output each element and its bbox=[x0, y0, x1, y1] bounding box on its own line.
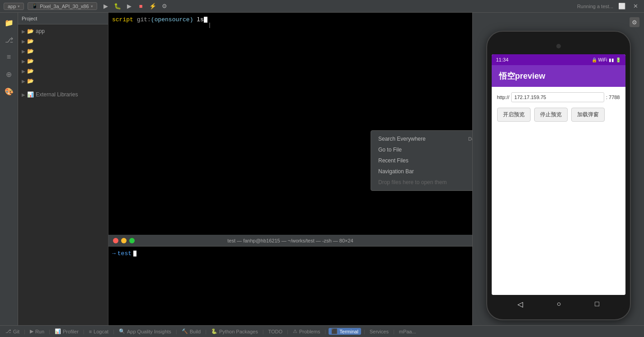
phone-stop-preview-btn[interactable]: 停止预览 bbox=[534, 108, 568, 122]
phone-battery-icon: 🔋 bbox=[616, 57, 621, 62]
file-tree-content[interactable]: ▶ 📂 app ▶ 📂 ▶ 📂 ▶ 📂 ▶ 📂 ▶ 📂 bbox=[18, 24, 108, 325]
status-git-item[interactable]: ⎇ Git bbox=[4, 328, 21, 334]
terminal-tab-prompt: → test bbox=[112, 250, 469, 257]
phone-camera bbox=[556, 44, 561, 48]
bottom-status-bar: ⎇ Git | ▶ Run | 📊 Profiler | ≡ Logcat | … bbox=[0, 325, 644, 337]
coverage-button[interactable]: ▶ bbox=[124, 1, 134, 11]
traffic-light-yellow[interactable] bbox=[121, 238, 127, 243]
tree-item-6[interactable]: ▶ 📂 bbox=[18, 76, 108, 86]
terminal-git-colon: git: bbox=[137, 16, 151, 23]
phone-start-preview-btn[interactable]: 开启预览 bbox=[497, 108, 531, 122]
sidebar-icon-git[interactable]: ⎇ bbox=[1, 32, 17, 48]
terminal-tab-dir: test bbox=[118, 250, 132, 257]
maximize-button[interactable]: ⬜ bbox=[617, 1, 627, 11]
tree-item-5[interactable]: ▶ 📂 bbox=[18, 66, 108, 76]
tree-icon-1: 📂 bbox=[27, 28, 34, 34]
traffic-light-red[interactable] bbox=[113, 238, 118, 243]
context-drop-label: Drop files here to open them bbox=[378, 179, 447, 185]
status-logcat-item[interactable]: ≡ Logcat bbox=[87, 329, 110, 334]
settings-button[interactable]: ⚙ bbox=[160, 1, 169, 11]
profiler-label: Profiler bbox=[63, 329, 79, 334]
device-selector[interactable]: 📱 Pixel_3a_API_30_x86 ▾ bbox=[28, 2, 97, 10]
status-problems-item[interactable]: ⚠ Problems bbox=[291, 328, 322, 334]
run-label: Run bbox=[35, 329, 44, 334]
device-label: Pixel_3a_API_30_x86 bbox=[40, 4, 89, 9]
sync-button[interactable]: ⚡ bbox=[148, 1, 158, 11]
problems-label: Problems bbox=[299, 329, 320, 334]
quality-icon: 🔍 bbox=[119, 328, 125, 334]
status-terminal-item[interactable]: ⬛ Terminal bbox=[329, 328, 361, 335]
tree-item-external[interactable]: ▶ 📊 External Libraries bbox=[18, 90, 108, 100]
app-chevron-icon: ▾ bbox=[18, 4, 20, 9]
status-services-item[interactable]: Services bbox=[368, 329, 390, 334]
terminal-cursor bbox=[204, 17, 207, 23]
context-menu-item-search[interactable]: Search Everywhere Double ⇧ bbox=[371, 133, 472, 144]
context-search-label: Search Everywhere bbox=[378, 136, 426, 142]
phone-url-row: http:// : 7788 bbox=[497, 92, 620, 102]
sidebar-icon-palette[interactable]: 🎨 bbox=[1, 83, 17, 100]
phone-time: 11:34 bbox=[496, 57, 509, 62]
device-chevron-icon: ▾ bbox=[91, 4, 93, 9]
context-menu-item-recent[interactable]: Recent Files ⌘E bbox=[371, 155, 472, 166]
tree-icon-5: 📂 bbox=[27, 68, 34, 74]
phone-app-bar: 悟空preview bbox=[492, 65, 625, 87]
main-content: 📁 ⎇ ≡ ⊕ 🎨 Project ▶ 📂 app ▶ 📂 ▶ 📂 ▶ bbox=[0, 13, 644, 325]
terminal-tab-body[interactable]: → test bbox=[108, 247, 472, 325]
phone-status-bar: 11:34 🔒 WiFi ▮▮ 🔋 bbox=[492, 54, 625, 65]
tree-arrow-6: ▶ bbox=[22, 79, 25, 84]
tree-arrow-1: ▶ bbox=[22, 29, 25, 34]
emulator-panel: ⚙ 11:34 🔒 WiFi ▮▮ 🔋 bbox=[472, 13, 644, 325]
sidebar-icon-folder[interactable]: 📁 bbox=[1, 14, 17, 31]
status-quality-item[interactable]: 🔍 App Quality Insights bbox=[117, 328, 173, 334]
status-todo-item[interactable]: TODO bbox=[267, 329, 285, 334]
phone-home-btn[interactable]: ○ bbox=[557, 300, 561, 308]
tree-icon-4: 📂 bbox=[27, 58, 34, 64]
close-button[interactable]: ✕ bbox=[630, 1, 640, 11]
context-recent-label: Recent Files bbox=[378, 157, 409, 164]
phone-recent-btn[interactable]: □ bbox=[595, 300, 599, 308]
context-goto-label: Go to File bbox=[378, 147, 402, 153]
tree-icon-2: 📂 bbox=[27, 38, 34, 44]
tree-item-4[interactable]: ▶ 📂 bbox=[18, 56, 108, 66]
app-selector[interactable]: app ▾ bbox=[4, 3, 24, 10]
running-status: Running a test... bbox=[577, 4, 613, 9]
phone-url-prefix: http:// bbox=[497, 95, 510, 100]
sidebar-icon-bookmark[interactable]: ⊕ bbox=[1, 66, 17, 82]
phone-load-popup-btn[interactable]: 加载弹窗 bbox=[571, 108, 605, 122]
tree-item-3[interactable]: ▶ 📂 bbox=[18, 46, 108, 56]
sidebar-icon-structure[interactable]: ≡ bbox=[1, 49, 17, 65]
phone-signal-icon: ▮▮ bbox=[609, 57, 614, 62]
left-sidebar: 📁 ⎇ ≡ ⊕ 🎨 bbox=[0, 13, 18, 325]
stop-button[interactable]: ■ bbox=[136, 1, 146, 11]
main-terminal[interactable]: script git: (opensource) ls | bbox=[108, 13, 472, 235]
traffic-light-green[interactable] bbox=[129, 238, 135, 243]
file-tree-panel: Project ▶ 📂 app ▶ 📂 ▶ 📂 ▶ 📂 ▶ 📂 bbox=[18, 13, 108, 325]
status-profiler-item[interactable]: 📊 Profiler bbox=[53, 328, 80, 334]
terminal-content[interactable]: script git: (opensource) ls | bbox=[108, 13, 472, 27]
phone-screen: 11:34 🔒 WiFi ▮▮ 🔋 悟空preview bbox=[492, 54, 625, 295]
run-icon: ▶ bbox=[30, 328, 33, 334]
context-menu-item-nav[interactable]: Navigation Bar ⌥↑↑ bbox=[371, 166, 472, 177]
device-icon: 📱 bbox=[32, 3, 38, 9]
editor-area: script git: (opensource) ls | Search Eve… bbox=[108, 13, 472, 325]
quality-label: App Quality Insights bbox=[127, 329, 171, 334]
tree-item-2[interactable]: ▶ 📂 bbox=[18, 36, 108, 46]
context-menu-item-goto-file[interactable]: Go to File ⇧⌘N bbox=[371, 144, 472, 155]
phone-wifi-icon: WiFi bbox=[598, 57, 607, 62]
phone-lock-icon: 🔒 bbox=[592, 57, 597, 62]
status-run-item[interactable]: ▶ Run bbox=[28, 328, 46, 334]
status-mpaa-item[interactable]: mPaa... bbox=[397, 329, 418, 334]
git-icon: ⎇ bbox=[5, 328, 11, 334]
tree-item-1[interactable]: ▶ 📂 app bbox=[18, 26, 108, 36]
run-button[interactable]: ▶ bbox=[101, 1, 111, 11]
phone-back-btn[interactable]: ◁ bbox=[517, 300, 523, 309]
terminal-script-label: script bbox=[112, 16, 133, 23]
status-python-item[interactable]: 🐍 Python Packages bbox=[209, 328, 260, 334]
status-build-item[interactable]: 🔨 Build bbox=[180, 328, 202, 334]
cursor-position-indicator: | bbox=[208, 22, 212, 27]
emulator-settings-btn[interactable]: ⚙ bbox=[630, 17, 639, 27]
phone-url-input[interactable] bbox=[511, 92, 604, 102]
terminal-tab-title: test — fanhp@hb16215 — ~/works/test — -z… bbox=[227, 238, 353, 243]
debug-button[interactable]: 🐛 bbox=[113, 1, 122, 11]
terminal-git-label bbox=[133, 16, 137, 23]
